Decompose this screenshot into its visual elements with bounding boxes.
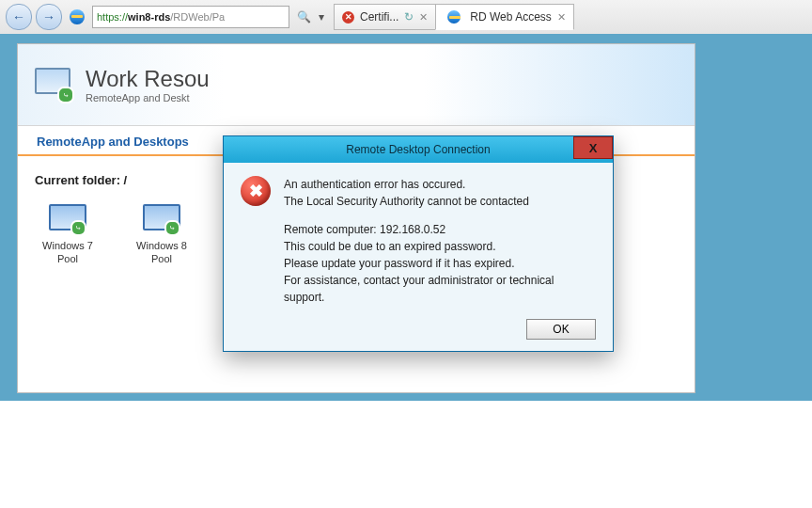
url-scheme: https://	[97, 11, 128, 23]
browser-viewport: ⤷ Work Resou RemoteApp and Deskt RemoteA…	[0, 34, 812, 508]
app-win7-pool[interactable]: ⤷ Windows 7 Pool	[35, 204, 101, 266]
rdp-error-dialog: Remote Desktop Connection X ✖ An authent…	[223, 135, 614, 352]
page-subtitle: RemoteApp and Deskt	[86, 92, 210, 103]
tab-cert-error[interactable]: ✕ Certifi... ↻ ✕	[334, 4, 436, 30]
close-icon[interactable]: ✕	[419, 11, 428, 24]
rdweb-logo: ⤷	[35, 68, 72, 102]
tab-rd-web-access[interactable]: RD Web Access ✕	[435, 4, 573, 30]
error-line: The Local Security Authority cannot be c…	[284, 193, 596, 210]
tab-label: RD Web Access	[470, 10, 551, 24]
remoteapp-icon: ⤷	[49, 204, 86, 234]
forward-button[interactable]: →	[36, 4, 62, 30]
stop-icon: ✕	[342, 11, 354, 24]
app-label: Windows 8 Pool	[129, 240, 195, 266]
ok-button[interactable]: OK	[526, 319, 596, 340]
error-icon: ✖	[241, 176, 271, 206]
tab-remoteapp[interactable]: RemoteApp and Desktops	[35, 129, 191, 154]
app-win8-pool[interactable]: ⤷ Windows 8 Pool	[129, 204, 195, 266]
tab-refresh-icon[interactable]: ↻	[404, 10, 414, 24]
error-line: An authentication error has occured.	[284, 176, 596, 193]
dropdown-icon[interactable]: ▾	[319, 10, 324, 24]
dialog-titlebar[interactable]: Remote Desktop Connection X	[224, 136, 613, 163]
dialog-text: An authentication error has occured. The…	[284, 176, 596, 306]
tab-label: Certifi...	[360, 10, 398, 24]
error-line: For assistance, contact your administrat…	[284, 272, 596, 306]
ie-icon	[70, 9, 85, 24]
page-title: Work Resou	[86, 66, 210, 92]
back-button[interactable]: ←	[6, 4, 32, 30]
url-host: win8-rds	[128, 11, 170, 23]
browser-tabs: ✕ Certifi... ↻ ✕ RD Web Access ✕	[334, 4, 573, 30]
dialog-title: Remote Desktop Connection	[346, 143, 490, 156]
close-button[interactable]: X	[573, 136, 613, 159]
app-label: Windows 7 Pool	[35, 240, 101, 266]
address-bar[interactable]: https:// win8-rds /RDWeb/Pa	[92, 6, 289, 28]
browser-navbar: ← → https:// win8-rds /RDWeb/Pa 🔍 ▾ ✕ Ce…	[0, 0, 812, 35]
dialog-body: ✖ An authentication error has occured. T…	[224, 163, 613, 351]
ie-icon	[447, 10, 461, 24]
search-icon[interactable]: 🔍	[297, 10, 311, 24]
url-path: /RDWeb/Pa	[170, 11, 225, 23]
remoteapp-icon: ⤷	[143, 204, 180, 234]
remote-computer-line: Remote computer: 192.168.0.52	[284, 221, 596, 238]
error-line: This could be due to an expired password…	[284, 238, 596, 255]
page-bottom	[0, 401, 812, 508]
close-icon[interactable]: ✕	[557, 11, 566, 24]
page-header: ⤷ Work Resou RemoteApp and Deskt	[18, 44, 695, 126]
dialog-footer: OK	[241, 306, 596, 340]
error-line: Please update your password if it has ex…	[284, 255, 596, 272]
